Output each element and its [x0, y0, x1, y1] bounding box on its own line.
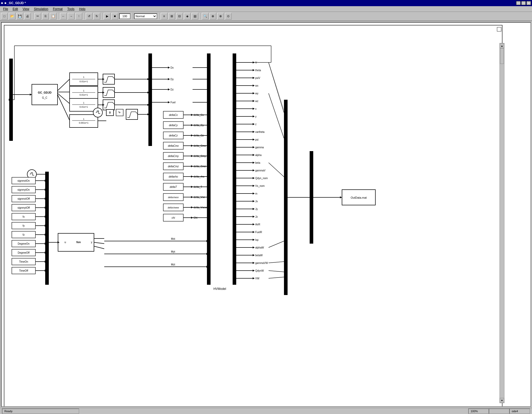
undo-button[interactable]: ←: [60, 13, 67, 20]
svg-text:signmxtOff: signmxtOff: [17, 197, 30, 200]
svg-marker-131: [253, 208, 255, 210]
rotate-cw-button[interactable]: ↺: [86, 13, 92, 20]
svg-text:TimeOff: TimeOff: [19, 269, 28, 272]
menu-simulation[interactable]: Simulation: [32, 7, 50, 11]
menu-file[interactable]: File: [1, 7, 10, 11]
menu-help[interactable]: Help: [77, 7, 88, 11]
svg-marker-141: [253, 246, 255, 249]
svg-line-151: [269, 93, 284, 138]
tf-num-4: 1: [83, 118, 84, 120]
window-title: ■ _GC_GDJD *: [4, 1, 26, 5]
out-betaw: betaW: [255, 254, 263, 257]
library-button[interactable]: ≡: [161, 13, 167, 20]
svg-marker-97: [253, 77, 255, 79]
up-button[interactable]: ↑: [75, 13, 82, 20]
svg-marker-35: [168, 88, 170, 90]
svg-text:signmxtOn: signmxtOn: [17, 179, 30, 182]
status-zoom: 100%: [468, 409, 489, 414]
svg-marker-109: [253, 123, 255, 125]
out-y: y: [255, 115, 256, 118]
out-alpha: alpha: [255, 154, 262, 157]
svg-text:deltaVwew: deltaVwew: [168, 206, 179, 209]
svg-line-154: [269, 262, 284, 263]
menu-view[interactable]: View: [21, 7, 31, 11]
minimize-button[interactable]: ─: [516, 1, 521, 5]
out-jx: Jx: [255, 200, 258, 203]
separator-1: [32, 13, 33, 20]
out-vw: VW: [255, 277, 260, 280]
menu-bar: File Edit View Simulation Format Tools H…: [0, 6, 532, 12]
redo-button[interactable]: →: [68, 13, 74, 20]
print-button[interactable]: 🖨: [24, 13, 31, 20]
tf-den-2: 0.01s+1: [80, 94, 88, 96]
status-ready: Ready: [2, 409, 79, 414]
center-mux-left: [148, 53, 152, 146]
solver-text: ode4: [512, 410, 518, 413]
model-explorer-button[interactable]: ⊟: [176, 13, 183, 20]
out-airr: AirR: [255, 223, 260, 226]
svg-marker-103: [253, 100, 255, 102]
sim-time-input[interactable]: 100: [119, 13, 130, 19]
mode-select[interactable]: Normal Accelerator: [134, 13, 157, 19]
diagram-canvas[interactable]: GC_GDJD G_C 1 0.01s+1 1 0.01s+1: [1, 22, 531, 407]
svg-marker-95: [253, 69, 255, 71]
final-mux: [310, 151, 313, 244]
extra-btn[interactable]: ⊙: [225, 13, 232, 20]
svg-marker-119: [253, 162, 255, 164]
menu-format[interactable]: Format: [51, 7, 65, 11]
separator-6: [159, 13, 159, 20]
svg-marker-133: [253, 216, 255, 218]
out-x: x: [255, 107, 256, 110]
separator-3: [84, 13, 84, 20]
coverage-button[interactable]: ⊗: [217, 13, 224, 20]
svg-line-202: [94, 246, 104, 249]
svg-text:y: y: [91, 241, 92, 244]
svg-text:deltaCmy: deltaCmy: [168, 155, 179, 158]
block-params-button[interactable]: ⊞: [168, 13, 175, 20]
svg-line-153: [269, 241, 284, 247]
tf-den-4: 0.001s+1: [79, 122, 88, 124]
svg-text:0: 0: [109, 111, 111, 114]
port-dy: Dy: [170, 78, 174, 81]
save-button[interactable]: 💾: [16, 13, 23, 20]
debug-button[interactable]: 🔍: [202, 13, 208, 20]
maximize-button[interactable]: □: [521, 1, 526, 5]
menu-tools[interactable]: Tools: [65, 7, 77, 11]
step-button[interactable]: ⊕: [210, 13, 216, 20]
sat-block-4: [126, 109, 138, 119]
port-fuel: Fuel: [170, 101, 175, 104]
out-vsnom: Vs_nom: [255, 185, 265, 187]
svg-text:DegreeOff: DegreeOff: [18, 251, 30, 254]
sat-block-1: [103, 74, 115, 84]
tf-den-3: 0.01s+1: [80, 106, 88, 108]
svg-line-3: [58, 79, 70, 91]
stop-button[interactable]: ■: [111, 13, 118, 20]
svg-marker-99: [253, 85, 255, 87]
status-text: Ready: [4, 410, 13, 413]
menu-edit[interactable]: Edit: [11, 7, 20, 11]
out-z: z: [255, 123, 256, 126]
new-button[interactable]: □: [1, 13, 8, 20]
svg-line-155: [269, 271, 284, 272]
copy-button[interactable]: ⎘: [42, 13, 49, 20]
data-editor-button[interactable]: ◈: [184, 13, 191, 20]
window-icon: ■: [1, 1, 3, 5]
simulink-btn2[interactable]: ▤: [192, 13, 198, 20]
cut-button[interactable]: ✂: [34, 13, 41, 20]
tf-den-1: 0.01s+1: [80, 80, 88, 83]
close-button[interactable]: ✕: [526, 1, 531, 5]
paste-button[interactable]: 📋: [50, 13, 56, 20]
svg-text:fz: fz: [23, 233, 25, 236]
gc-label: G_C: [42, 96, 48, 99]
rotate-ccw-button[interactable]: ↻: [93, 13, 100, 20]
tf-block-2: [70, 86, 98, 99]
open-button[interactable]: 📂: [9, 13, 15, 20]
fon-block: [58, 233, 94, 251]
run-button[interactable]: ▶: [104, 13, 110, 20]
svg-text:signmytOff: signmytOff: [17, 206, 30, 209]
svg-text:deltaCy: deltaCy: [169, 124, 178, 127]
out-lsp: lsp: [255, 238, 259, 241]
svg-marker-37: [168, 101, 170, 103]
tf-block-4: [70, 115, 98, 127]
scroll-thumb-v: [500, 48, 504, 64]
